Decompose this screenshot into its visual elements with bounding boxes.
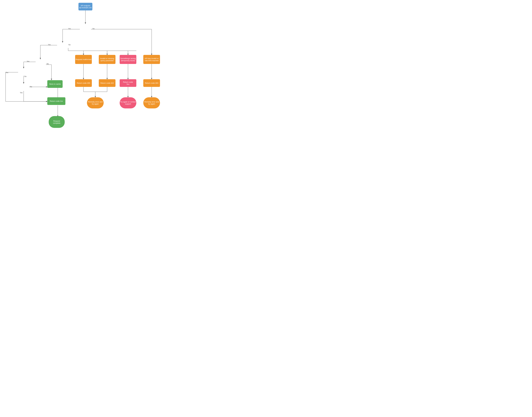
remedy-error-1-node: Remedy error and try again — [87, 97, 104, 108]
revalidated-diamond: Revalidated with server? — [14, 78, 30, 94]
remedy-error-2-node: Remedy error and try again — [143, 97, 160, 108]
within-freshness-diamond: Within freshness lifetime? — [14, 63, 30, 78]
no-label-freshness: No — [24, 75, 26, 77]
store-in-cache-node: Store in cache — [47, 80, 63, 88]
return-422-node: Return code 422 — [99, 79, 116, 87]
request-complete-node: Request complete — [49, 116, 65, 128]
invalid-query-node: Invalid or missing query parameter — [99, 55, 116, 64]
return-403-node: Return code 403 — [143, 79, 160, 87]
api-endpoint-node: API endpoint api.example.com — [78, 3, 92, 10]
yes-label-request-ok: Yes — [48, 44, 51, 46]
return-2xx-node: Return code 2xx — [47, 97, 65, 105]
no-label-request-ok: No — [68, 44, 71, 46]
no-label-cached: No — [47, 63, 49, 65]
authorized-diamond: Authorized? — [77, 21, 93, 37]
no-label-authorized: No — [93, 28, 95, 30]
no-label-revalidated: No — [30, 86, 32, 88]
cached-diamond: Cached? — [33, 54, 48, 69]
yes-label-cached: Yes — [27, 61, 30, 63]
flowchart: API endpoint api.example.com Authorized?… — [0, 0, 167, 146]
something-wrong-node: Something's wrong (temporary issue) — [120, 55, 136, 64]
yes-label-revalidated: Yes — [20, 92, 23, 94]
try-again-support-node: Try again or contact support — [120, 97, 136, 108]
return-400-node: Return code 400 — [75, 79, 92, 87]
return-5xx-node: Return code 5xx — [120, 79, 136, 87]
yes-label-freshness: Yes — [6, 72, 8, 73]
request-malformed-node: Request malformed — [75, 55, 92, 64]
yes-label-authorized: Yes — [68, 28, 71, 30]
api-key-invalid-node: API key invalid or rate limit reached — [143, 55, 160, 64]
request-ok-diamond: Request OK? — [55, 37, 70, 53]
